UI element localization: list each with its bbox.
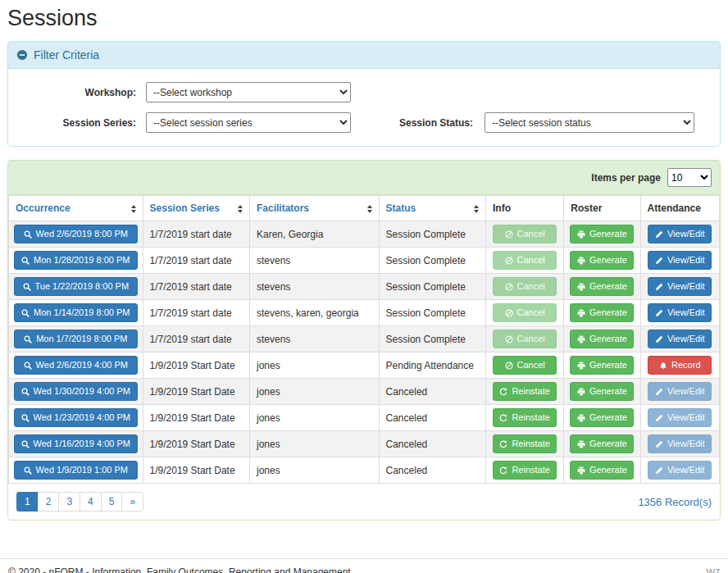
view-edit-button[interactable]: View/Edit xyxy=(648,251,712,270)
view-edit-button[interactable]: View/Edit xyxy=(648,225,712,243)
attendance-cell: View/Edit xyxy=(640,405,719,431)
search-icon xyxy=(24,466,32,475)
occurrence-button[interactable]: Wed 2/6/2019 8:00 PM xyxy=(14,225,138,243)
column-header-facilitators[interactable]: Facilitators xyxy=(250,196,380,221)
table-footer: 12345» 1356 Record(s) xyxy=(8,484,720,520)
view-edit-button[interactable]: View/Edit xyxy=(648,330,712,348)
session-series-select[interactable]: --Select session series xyxy=(146,112,351,133)
workshop-select[interactable]: --Select workshop xyxy=(146,82,351,102)
generate-button[interactable]: Generate xyxy=(570,251,634,270)
generate-button[interactable]: Generate xyxy=(570,382,634,401)
info-cell: Reinstate xyxy=(485,379,563,405)
generate-button-label: Generate xyxy=(589,256,627,265)
occurrence-button[interactable]: Mon 1/14/2019 8:00 PM xyxy=(14,303,138,322)
occurrence-button-label: Wed 1/9/2019 1:00 PM xyxy=(36,466,128,475)
attendance-cell: Record xyxy=(640,352,719,379)
info-cell: Reinstate xyxy=(485,431,563,457)
reinstate-button[interactable]: Reinstate xyxy=(493,408,557,427)
page-button-1[interactable]: 1 xyxy=(16,492,39,512)
info-cell: Cancel xyxy=(485,352,563,379)
page-button-2[interactable]: 2 xyxy=(38,492,60,512)
facilitators-cell: jones xyxy=(250,352,380,379)
print-icon xyxy=(577,440,585,448)
site-footer: © 2020 - nFORM - Information, Family Out… xyxy=(0,558,728,573)
view-edit-button[interactable]: View/Edit xyxy=(648,277,712,296)
facilitators-cell: jones xyxy=(250,379,380,405)
session-series-cell: 1/9/2019 Start Date xyxy=(143,405,249,431)
print-icon xyxy=(577,309,585,317)
status-cell: Session Complete xyxy=(379,300,485,326)
generate-button-label: Generate xyxy=(589,361,627,370)
generate-button[interactable]: Generate xyxy=(570,356,634,375)
column-header-occurrence[interactable]: Occurrence xyxy=(9,196,143,221)
reinstate-button[interactable]: Reinstate xyxy=(493,461,557,480)
page-button-5[interactable]: 5 xyxy=(101,492,123,512)
generate-button[interactable]: Generate xyxy=(570,434,634,453)
generate-button[interactable]: Generate xyxy=(570,303,634,322)
occurrence-button[interactable]: Wed 1/9/2019 1:00 PM xyxy=(14,461,138,480)
cancel-button[interactable]: Cancel xyxy=(493,356,557,375)
occurrence-button[interactable]: Wed 1/23/2019 4:00 PM xyxy=(14,408,138,427)
ban-icon xyxy=(505,230,513,239)
occurrence-button[interactable]: Wed 1/30/2019 4:00 PM xyxy=(14,382,138,401)
page-button-3[interactable]: 3 xyxy=(58,492,80,512)
column-header-session-series[interactable]: Session Series xyxy=(143,196,249,221)
page-title: Sessions xyxy=(7,6,721,31)
attendance-cell: View/Edit xyxy=(640,431,719,457)
session-series-cell: 1/9/2019 Start Date xyxy=(143,431,249,457)
generate-button[interactable]: Generate xyxy=(570,461,634,480)
occurrence-button[interactable]: Mon 1/28/2019 8:00 PM xyxy=(14,251,138,270)
table-toolbar: Items per page 10 xyxy=(8,161,720,195)
search-icon xyxy=(21,388,30,396)
table-row: Wed 1/16/2019 4:00 PM1/9/2019 Start Date… xyxy=(9,431,720,457)
minus-circle-icon[interactable] xyxy=(16,49,28,61)
column-label: Facilitators xyxy=(257,202,309,214)
occurrence-button[interactable]: Tue 1/22/2019 8:00 PM xyxy=(14,277,138,296)
occurrence-button[interactable]: Wed 1/16/2019 4:00 PM xyxy=(14,434,138,453)
generate-button-label: Generate xyxy=(589,334,627,343)
session-series-cell: 1/7/2019 start date xyxy=(143,300,249,326)
column-label: Session Series xyxy=(150,202,220,214)
facilitators-cell: stevens xyxy=(250,274,380,300)
search-icon xyxy=(24,335,32,343)
view-edit-button-label: View/Edit xyxy=(667,334,705,343)
undo-icon xyxy=(499,388,507,396)
occurrence-cell: Mon 1/7/2019 8:00 PM xyxy=(9,326,143,352)
sort-icon xyxy=(367,205,372,213)
occurrence-button[interactable]: Wed 2/6/2019 4:00 PM xyxy=(14,356,138,375)
pencil-icon xyxy=(655,283,663,291)
occurrence-cell: Wed 1/23/2019 4:00 PM xyxy=(9,405,143,431)
generate-button[interactable]: Generate xyxy=(570,277,634,296)
filter-criteria-header[interactable]: Filter Criteria xyxy=(8,42,720,69)
record-button[interactable]: Record xyxy=(648,356,712,375)
items-per-page-select[interactable]: 10 xyxy=(667,168,712,187)
generate-button[interactable]: Generate xyxy=(570,225,634,243)
generate-button-label: Generate xyxy=(589,230,627,239)
view-edit-button-label: View/Edit xyxy=(667,308,705,317)
reinstate-button[interactable]: Reinstate xyxy=(493,382,557,401)
undo-icon xyxy=(499,414,507,422)
table-row: Wed 2/6/2019 4:00 PM1/9/2019 Start Datej… xyxy=(9,352,720,379)
pencil-icon xyxy=(655,257,663,265)
table-row: Wed 1/9/2019 1:00 PM1/9/2019 Start Datej… xyxy=(9,457,720,484)
column-header-status[interactable]: Status xyxy=(379,196,485,221)
status-cell: Session Complete xyxy=(379,326,485,352)
search-icon xyxy=(24,230,32,239)
sort-icon xyxy=(238,205,243,213)
next-page-button[interactable]: » xyxy=(121,492,143,512)
generate-button[interactable]: Generate xyxy=(570,330,634,348)
reinstate-button[interactable]: Reinstate xyxy=(493,434,557,453)
session-series-filter-row: Session Series: --Select session series … xyxy=(16,112,712,133)
view-edit-button[interactable]: View/Edit xyxy=(648,303,712,322)
sessions-table-panel: Items per page 10 Occurrence Session Ser… xyxy=(7,160,721,521)
occurrence-button[interactable]: Mon 1/7/2019 8:00 PM xyxy=(14,330,138,348)
roster-cell: Generate xyxy=(564,300,640,326)
occurrence-cell: Mon 1/14/2019 8:00 PM xyxy=(9,300,143,326)
session-status-select[interactable]: --Select session status xyxy=(485,112,694,133)
view-edit-button-label: View/Edit xyxy=(667,387,705,396)
table-row: Mon 1/7/2019 8:00 PM1/7/2019 start dates… xyxy=(9,326,720,352)
cancel-button-label: Cancel xyxy=(517,230,545,239)
info-cell: Cancel xyxy=(485,221,563,248)
page-button-4[interactable]: 4 xyxy=(80,492,102,512)
generate-button[interactable]: Generate xyxy=(570,408,634,427)
